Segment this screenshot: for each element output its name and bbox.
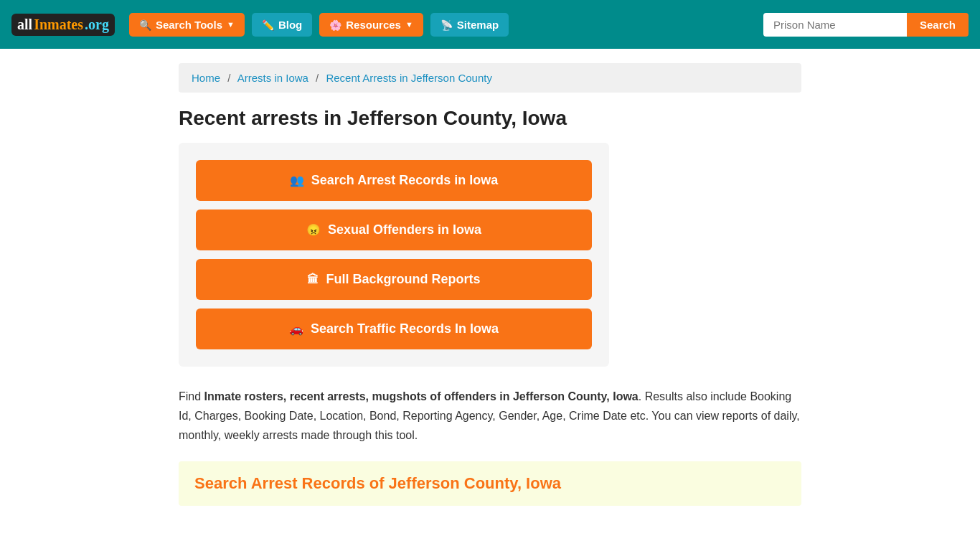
sexual-offenders-button[interactable]: Sexual Offenders in Iowa	[196, 209, 592, 250]
search-icon	[139, 19, 151, 31]
sexual-offenders-label: Sexual Offenders in Iowa	[328, 222, 481, 237]
prison-name-input[interactable]	[763, 13, 907, 37]
resources-icon	[329, 19, 341, 31]
sitemap-icon	[440, 19, 453, 31]
search-records-title: Search Arrest Records of Jefferson Count…	[194, 474, 786, 493]
description-bold: Inmate rosters, recent arrests, mugshots…	[204, 390, 639, 402]
sitemap-button[interactable]: Sitemap	[430, 13, 509, 37]
search-tools-button[interactable]: Search Tools ▼	[129, 13, 245, 37]
header-search-button[interactable]: Search	[907, 13, 969, 37]
building-icon	[307, 272, 319, 287]
sitemap-label: Sitemap	[457, 19, 499, 31]
chevron-down-icon: ▼	[227, 20, 235, 29]
page-description: Find Inmate rosters, recent arrests, mug…	[179, 387, 801, 446]
logo-part-inmates: Inmates	[34, 17, 83, 33]
breadcrumb-home[interactable]: Home	[192, 72, 220, 84]
search-tools-label: Search Tools	[156, 19, 222, 31]
chevron-down-icon-2: ▼	[405, 20, 413, 29]
breadcrumb: Home / Arrests in Iowa / Recent Arrests …	[179, 63, 801, 93]
angry-icon	[306, 222, 321, 237]
logo-part-all: all	[17, 17, 32, 33]
traffic-records-button[interactable]: Search Traffic Records In Iowa	[196, 309, 592, 349]
search-arrest-label: Search Arrest Records in Iowa	[311, 173, 498, 188]
header-search-label: Search	[920, 19, 956, 31]
background-reports-label: Full Background Reports	[326, 272, 480, 287]
breadcrumb-current: Recent Arrests in Jefferson County	[326, 72, 492, 84]
logo-part-org: .org	[85, 17, 109, 33]
blog-icon	[262, 19, 274, 31]
action-buttons-box: Search Arrest Records in Iowa Sexual Off…	[179, 143, 609, 367]
search-arrest-records-button[interactable]: Search Arrest Records in Iowa	[196, 160, 592, 201]
header-search-area: Search	[763, 13, 969, 37]
breadcrumb-arrests-iowa[interactable]: Arrests in Iowa	[237, 72, 308, 84]
blog-button[interactable]: Blog	[252, 13, 312, 37]
logo[interactable]: all Inmates .org	[11, 14, 115, 36]
car-icon	[289, 321, 303, 336]
site-header: all Inmates .org Search Tools ▼ Blog Res…	[0, 0, 980, 49]
page-title: Recent arrests in Jefferson County, Iowa	[179, 107, 801, 130]
search-records-section: Search Arrest Records of Jefferson Count…	[179, 461, 801, 506]
main-content: Home / Arrests in Iowa / Recent Arrests …	[167, 49, 813, 520]
traffic-records-label: Search Traffic Records In Iowa	[311, 321, 499, 336]
background-reports-button[interactable]: Full Background Reports	[196, 259, 592, 300]
description-prefix: Find	[179, 390, 204, 402]
breadcrumb-sep-2: /	[316, 72, 319, 84]
breadcrumb-sep-1: /	[227, 72, 230, 84]
resources-button[interactable]: Resources ▼	[319, 13, 423, 37]
blog-label: Blog	[278, 19, 302, 31]
people-icon	[290, 173, 304, 188]
resources-label: Resources	[346, 19, 401, 31]
